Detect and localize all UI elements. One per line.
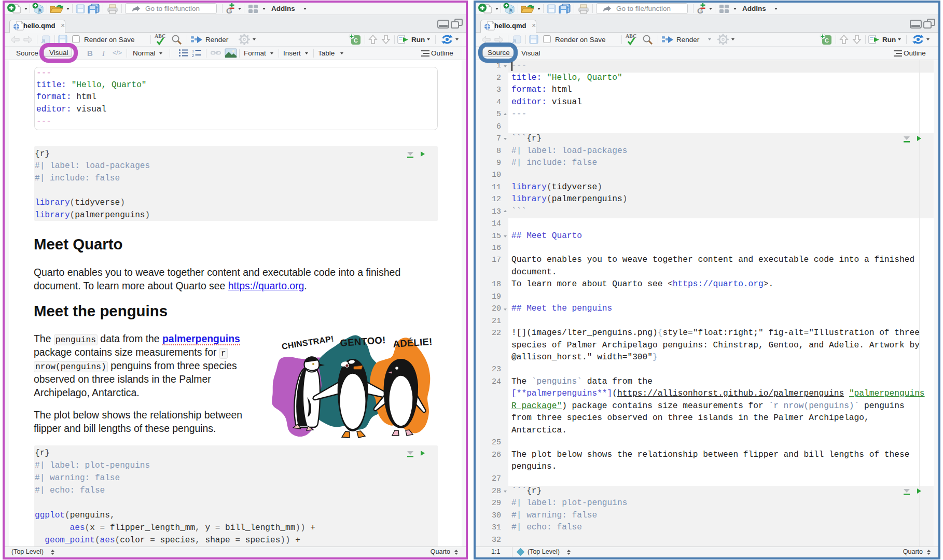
svg-text:G: G: [226, 6, 232, 15]
svg-text:R: R: [509, 8, 513, 13]
svg-text:ABC: ABC: [155, 33, 165, 39]
svg-text:GENTOO!: GENTOO!: [340, 335, 386, 348]
svg-text:ADÉLIE!: ADÉLIE!: [393, 336, 433, 349]
svg-text:1: 1: [192, 49, 194, 53]
svg-text:R: R: [38, 8, 42, 13]
svg-text:2: 2: [192, 53, 194, 58]
svg-text:CHINSTRAP!: CHINSTRAP!: [281, 335, 335, 351]
svg-text:C: C: [354, 37, 358, 44]
svg-text:G: G: [697, 6, 703, 15]
svg-text:ABC: ABC: [626, 33, 636, 39]
svg-text:C: C: [825, 37, 829, 44]
